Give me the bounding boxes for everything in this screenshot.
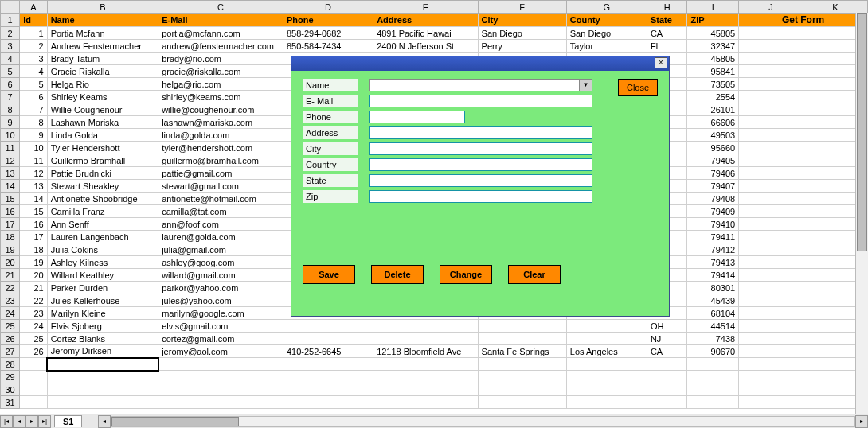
cell[interactable] <box>739 53 803 65</box>
cell[interactable]: 25 <box>20 333 47 345</box>
cell[interactable] <box>739 358 803 371</box>
cell[interactable]: FL <box>647 40 687 53</box>
cell[interactable]: 79407 <box>687 180 739 193</box>
cell[interactable] <box>739 383 803 396</box>
cell[interactable] <box>283 383 373 396</box>
cell[interactable]: 79411 <box>687 231 739 243</box>
cell[interactable] <box>478 396 566 409</box>
cell[interactable]: Pattie Brudnicki <box>47 167 158 180</box>
row-header[interactable]: 23 <box>1 294 20 307</box>
cell[interactable]: 19 <box>20 256 47 269</box>
cell[interactable]: 79412 <box>687 243 739 256</box>
row-header[interactable]: 30 <box>1 383 20 396</box>
cell[interactable] <box>283 371 373 383</box>
state-field[interactable] <box>369 174 592 187</box>
cell[interactable] <box>739 256 803 269</box>
header-cell[interactable]: Name <box>47 14 158 27</box>
delete-button[interactable]: Delete <box>371 265 424 284</box>
row-header[interactable]: 11 <box>1 142 20 154</box>
form-titlebar[interactable]: × <box>291 56 669 71</box>
cell[interactable]: ann@foof.com <box>158 218 283 231</box>
cell[interactable]: Elvis Sjoberg <box>47 320 158 333</box>
column-header[interactable]: E <box>373 1 478 14</box>
row-header[interactable]: 2 <box>1 27 20 40</box>
cell[interactable]: julia@gmail.com <box>158 243 283 256</box>
cell[interactable]: willie@coughenour.com <box>158 103 283 116</box>
cell[interactable] <box>739 320 803 333</box>
cell[interactable] <box>739 396 803 409</box>
header-cell[interactable]: City <box>478 14 566 27</box>
cell[interactable]: Antionette Shoobridge <box>47 193 158 205</box>
cell[interactable]: stewart@gmail.com <box>158 180 283 193</box>
row-header[interactable]: 26 <box>1 333 20 345</box>
get-form-button[interactable]: Get Form <box>739 14 868 27</box>
cell[interactable]: 95660 <box>687 142 739 154</box>
cell[interactable]: 2400 N Jefferson St <box>373 40 478 53</box>
cell[interactable]: 22 <box>20 294 47 307</box>
row-header[interactable]: 7 <box>1 91 20 103</box>
cell[interactable] <box>20 396 47 409</box>
cell[interactable]: 79414 <box>687 269 739 282</box>
cell[interactable] <box>283 396 373 409</box>
cell[interactable] <box>739 103 803 116</box>
cell[interactable]: marilyn@google.com <box>158 307 283 320</box>
horizontal-scrollbar[interactable]: ◂ ▸ <box>98 415 868 428</box>
cell[interactable] <box>373 371 478 383</box>
cell[interactable]: Helga Rio <box>47 78 158 91</box>
cell[interactable] <box>687 396 739 409</box>
cell[interactable] <box>739 167 803 180</box>
cell[interactable]: 79409 <box>687 205 739 218</box>
sheet-tab[interactable]: S1 <box>54 415 82 427</box>
cell[interactable]: Jeromy Dirksen <box>47 345 158 358</box>
vertical-scrollbar[interactable] <box>855 13 868 414</box>
horizontal-scroll-thumb[interactable] <box>111 417 239 426</box>
row-header[interactable]: 9 <box>1 116 20 129</box>
chevron-down-icon[interactable]: ▼ <box>580 79 592 91</box>
cell[interactable] <box>47 383 158 396</box>
save-button[interactable]: Save <box>303 265 355 284</box>
tab-nav-next-icon[interactable]: ▸ <box>25 415 38 428</box>
cell[interactable] <box>20 383 47 396</box>
cell[interactable]: Perry <box>478 40 566 53</box>
address-field[interactable] <box>369 126 592 139</box>
cell[interactable]: 4 <box>20 65 47 78</box>
cell[interactable]: gracie@riskalla.com <box>158 65 283 78</box>
row-header[interactable]: 17 <box>1 218 20 231</box>
column-header[interactable]: D <box>283 1 373 14</box>
cell[interactable]: 45805 <box>687 53 739 65</box>
cell[interactable]: 79405 <box>687 154 739 167</box>
cell[interactable]: 858-294-0682 <box>283 27 373 40</box>
cell[interactable] <box>739 180 803 193</box>
row-header[interactable]: 6 <box>1 78 20 91</box>
cell[interactable]: antionette@hotmail.com <box>158 193 283 205</box>
cell[interactable]: 79413 <box>687 256 739 269</box>
row-header[interactable]: 1 <box>1 14 20 27</box>
column-header[interactable]: I <box>687 1 739 14</box>
cell[interactable] <box>20 358 47 371</box>
cell[interactable] <box>478 358 566 371</box>
cell[interactable]: 16 <box>20 218 47 231</box>
column-header[interactable]: H <box>647 1 687 14</box>
cell[interactable] <box>739 129 803 142</box>
cell[interactable]: 13 <box>20 180 47 193</box>
cell[interactable] <box>158 383 283 396</box>
cell[interactable] <box>687 383 739 396</box>
cell[interactable]: 4891 Pacific Hawai <box>373 27 478 40</box>
cell[interactable]: 20 <box>20 269 47 282</box>
cell[interactable] <box>739 154 803 167</box>
cell[interactable]: Marilyn Kleine <box>47 307 158 320</box>
cell[interactable] <box>566 383 647 396</box>
cell[interactable]: 7438 <box>687 333 739 345</box>
cell[interactable] <box>739 78 803 91</box>
country-field[interactable] <box>369 158 592 171</box>
cell[interactable]: OH <box>647 320 687 333</box>
cell[interactable] <box>687 358 739 371</box>
cell[interactable]: 9 <box>20 129 47 142</box>
cell[interactable] <box>739 91 803 103</box>
cell[interactable]: Lashawn Mariska <box>47 116 158 129</box>
cell[interactable]: ashley@goog.com <box>158 256 283 269</box>
cell[interactable]: Camilla Franz <box>47 205 158 218</box>
cell[interactable]: 1 <box>20 27 47 40</box>
cell[interactable] <box>566 396 647 409</box>
cell[interactable] <box>373 358 478 371</box>
